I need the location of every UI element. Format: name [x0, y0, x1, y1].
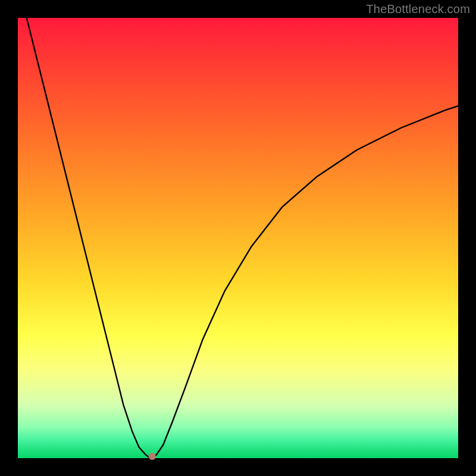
chart-svg — [18, 18, 458, 458]
plot-area — [18, 18, 458, 458]
minimum-marker — [149, 453, 156, 460]
chart-stage: TheBottleneck.com — [0, 0, 476, 476]
bottleneck-curve — [27, 18, 458, 458]
watermark-text: TheBottleneck.com — [366, 2, 470, 16]
